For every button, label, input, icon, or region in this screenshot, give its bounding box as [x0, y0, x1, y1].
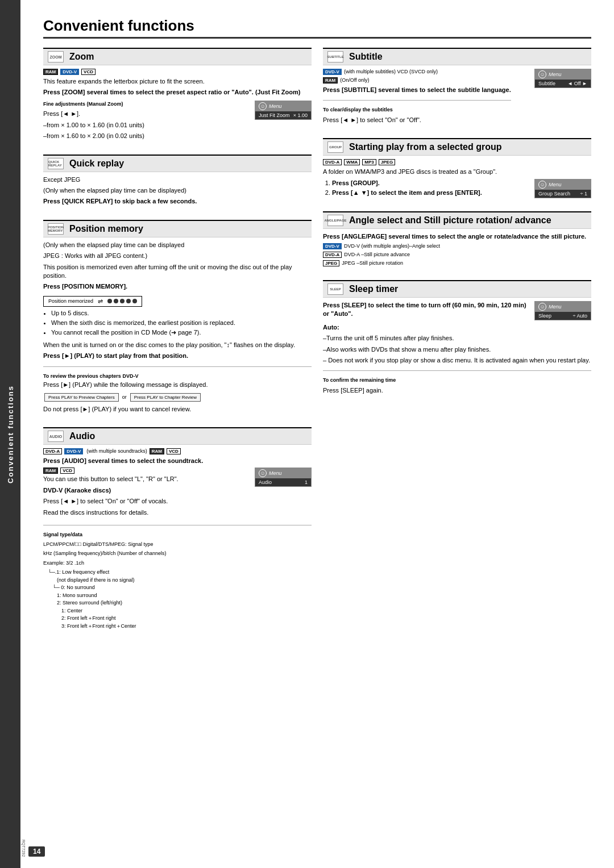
- dot-1: [107, 299, 112, 303]
- tree-item-2: (not displayed if there is no signal): [48, 577, 312, 585]
- zoom-menu-header: ☺ Menu: [255, 101, 311, 111]
- zoom-icon-box: ZOOM: [48, 51, 64, 62]
- tree-item-5: 2: Stereo surround (left/right): [48, 599, 312, 607]
- preview-btn2[interactable]: Press PLAY to Chapter Review: [130, 393, 201, 402]
- dot-2: [114, 299, 118, 303]
- group-search-section: GROUP Starting play from a selected grou…: [323, 138, 591, 203]
- pm-bullet1: Up to 5 discs.: [51, 309, 312, 318]
- ram-vcd-badges: RAM VCD: [43, 468, 179, 474]
- sleep-details: Press [SLEEP] to select the time to turn…: [323, 301, 530, 321]
- audio-menu-header: ☺ Menu: [255, 468, 311, 478]
- audio-header: AUDIO Audio: [43, 428, 312, 445]
- subtitle-header: SUBTITLE Subtitle: [323, 49, 591, 65]
- sleep-menu-row: Sleep ÷ Auto: [535, 312, 591, 320]
- signal-text3: Example: 3/2 .1ch: [43, 560, 312, 567]
- angle-badge-dvda: DVD-A: [323, 252, 342, 258]
- group-menu-row: Group Search ÷ 1: [535, 190, 591, 198]
- tree-item-6: 1: Center: [48, 607, 312, 615]
- badge-ram3: RAM: [43, 468, 58, 474]
- angle-badge-row: DVD-V DVD-V (with multiple angles)–Angle…: [323, 243, 591, 249]
- auto-2: –Also works with DVDs that show a menu a…: [323, 345, 591, 354]
- group-desc: A folder on WMA/MP3 and JPEG discs is tr…: [323, 168, 591, 176]
- group-label: GROUP: [329, 145, 342, 149]
- dot-3: [120, 299, 125, 303]
- angle-badge-dvdv: DVD-V: [323, 243, 342, 249]
- subtitle-badges: DVD-V (with multiple subtitles) VCD (SVC…: [323, 69, 511, 75]
- group-step1: Press [GROUP].: [332, 179, 482, 187]
- pm-bullet2: When the sixth disc is memorized, the ea…: [51, 319, 312, 327]
- divider1: [43, 366, 312, 367]
- subtitle-icon-box: SUBTITLE: [327, 51, 343, 62]
- qr-bold: Press [QUICK REPLAY] to skip back a few …: [43, 197, 312, 206]
- group-search-body: DVD-A WMA MP3 JPEG A folder on WMA/MP3 a…: [323, 156, 591, 203]
- fine-adj-label: Fine adjustments (Manual Zoom): [43, 101, 144, 108]
- audio-menu-area: RAM VCD You can use this button to selec…: [43, 468, 312, 519]
- badge-vcd3: VCD: [60, 468, 74, 474]
- quick-replay-label: QUICK REPLAY: [48, 160, 63, 167]
- angle-header: ANGLE/PAGE Angle select and Still pictur…: [323, 212, 591, 229]
- or-text: or: [122, 394, 127, 400]
- group-menu-box: ☺ Menu Group Search ÷ 1: [534, 179, 591, 198]
- sleep-bold: Press [SLEEP] to select the time to turn…: [323, 301, 530, 319]
- badge-dvdv2: DVD-V: [64, 448, 83, 454]
- audio-karaoke-text: Press [◄ ►] to select "On" or "Off" of v…: [43, 497, 179, 506]
- sleep-timer-header: SLEEP Sleep timer: [323, 281, 591, 298]
- page: Convenient functions Convenient function…: [0, 0, 614, 868]
- tree-item-1: └─.1: Low frequency effect: [48, 569, 312, 577]
- signal-text2: kHz (Sampling frequency)/bit/ch (Number …: [43, 550, 312, 557]
- page-title: Convenient functions: [43, 17, 591, 39]
- audio-menu-icon: ☺: [259, 469, 267, 477]
- zoom-section: ZOOM Zoom RAM DVD-V VCD This feature exp…: [43, 48, 312, 147]
- sleep-timer-section: SLEEP Sleep timer Press [SLEEP] to selec…: [323, 280, 591, 400]
- audio-label: AUDIO: [49, 435, 63, 439]
- position-memorized-display: Position memorized ⇌: [43, 296, 142, 307]
- group-search-header: GROUP Starting play from a selected grou…: [323, 139, 591, 156]
- position-memory-title: Position memory: [69, 224, 143, 234]
- quick-replay-icon-box: QUICK REPLAY: [48, 158, 64, 169]
- angle-section: ANGLE/PAGE Angle select and Still pictur…: [323, 211, 591, 272]
- audio-body: DVD-A DVD-V (with multiple soundtracks) …: [43, 445, 312, 633]
- group-search-icon-box: GROUP: [327, 141, 343, 153]
- group-step2: Press [▲ ▼] to select the item and press…: [332, 189, 482, 197]
- badge-ram2: RAM: [150, 448, 164, 454]
- angle-badge-jpeg: JPEG: [323, 260, 339, 266]
- zoom-badges: RAM DVD-V VCD: [43, 69, 312, 75]
- sleep-timer-icon-box: SLEEP: [327, 283, 343, 295]
- subtitle-menu-row: Subtitle ◄ Off ►: [535, 80, 591, 87]
- audio-badge-desc: (with multiple soundtracks): [86, 448, 147, 454]
- angle-body: Press [ANGLE/PAGE] several times to sele…: [323, 229, 591, 272]
- signal-divider: [43, 525, 312, 525]
- audio-menu-row: Audio 1: [255, 478, 311, 486]
- zoom-label: ZOOM: [50, 55, 62, 59]
- audio-karaoke-label: DVD-V (Karaoke discs): [43, 486, 179, 495]
- rot-number: RQT7292: [22, 840, 26, 857]
- badge-dvdv: DVD-V: [60, 69, 79, 75]
- auto-3: – Does not work if you stop play or show…: [323, 356, 591, 365]
- confirm-label: To confirm the remaining time: [323, 377, 591, 384]
- tree-item-8: 3: Front left＋Front right＋Center: [48, 623, 312, 631]
- signal-label: Signal type/data: [43, 531, 312, 539]
- fine-adj-text1: Press [◄ ►].: [43, 110, 144, 118]
- audio-menu-box: ☺ Menu Audio 1: [255, 468, 312, 487]
- quick-replay-body: Except JPEG (Only when the elapsed play …: [43, 172, 312, 212]
- position-memory-label: POSITION MEMORY: [48, 226, 64, 232]
- two-column-layout: ZOOM Zoom RAM DVD-V VCD This feature exp…: [43, 48, 591, 641]
- auto-label: Auto:: [323, 323, 591, 332]
- left-column: ZOOM Zoom RAM DVD-V VCD This feature exp…: [43, 48, 312, 641]
- audio-title: Audio: [69, 431, 95, 441]
- zoom-menu-row: Just Fit Zoom × 1.00: [255, 111, 311, 119]
- zoom-menu-box: ☺ Menu Just Fit Zoom × 1.00: [255, 101, 312, 120]
- angle-badge-row2: DVD-A DVD-A –Still picture advance: [323, 252, 591, 258]
- audio-icon-box: AUDIO: [48, 431, 64, 442]
- subtitle-menu-icon: ☺: [538, 70, 546, 78]
- zoom-fine-adj-area: Fine adjustments (Manual Zoom) Press [◄ …: [43, 101, 312, 143]
- preview-btn1[interactable]: Press PLAY to Preview Chapters: [44, 393, 119, 402]
- sleep-menu-header: ☺ Menu: [535, 302, 591, 312]
- qr-except: Except JPEG: [43, 176, 312, 184]
- subtitle-section: SUBTITLE Subtitle DVD-V (with multiple s…: [323, 48, 591, 130]
- confirm-text: Press [SLEEP] again.: [323, 386, 591, 395]
- signal-tree: └─.1: Low frequency effect (not displaye…: [48, 569, 312, 630]
- position-memory-body: (Only when the elapsed play time can be …: [43, 237, 312, 419]
- subtitle-badges2: RAM (On/Off only): [323, 77, 511, 84]
- angle-title: Angle select and Still picture rotation/…: [349, 215, 551, 226]
